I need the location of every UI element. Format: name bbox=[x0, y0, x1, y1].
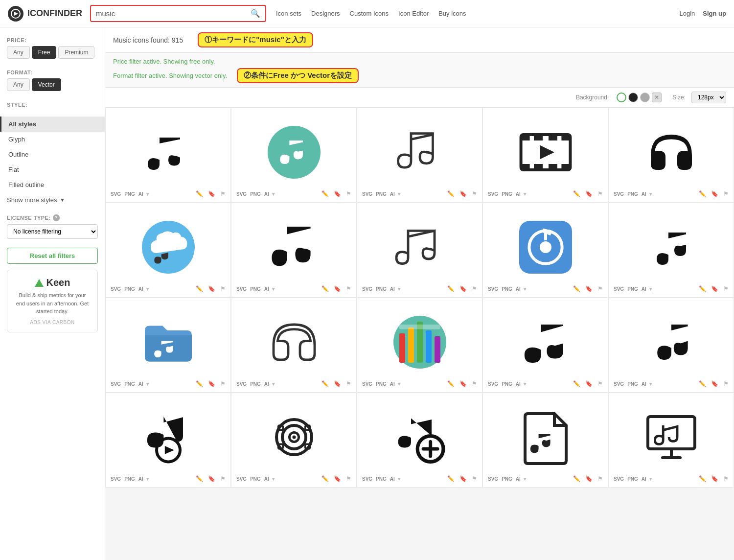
ai-type[interactable]: AI bbox=[138, 191, 143, 197]
svg-type-12[interactable]: SVG bbox=[236, 381, 247, 387]
edit-icon-2[interactable]: ✏️ bbox=[321, 190, 329, 197]
icon-cell-20[interactable]: SVG PNG AI ▼ ✏️ 🔖 ⚑ bbox=[608, 393, 734, 488]
search-icon[interactable]: 🔍 bbox=[251, 9, 260, 18]
icon-cell-6[interactable]: SVG PNG AI ▼ ✏️ 🔖 ⚑ bbox=[105, 203, 231, 298]
flag-icon-11[interactable]: ⚑ bbox=[220, 380, 226, 387]
flag-icon-19[interactable]: ⚑ bbox=[597, 475, 603, 482]
png-type-10[interactable]: PNG bbox=[627, 286, 638, 292]
bookmark-icon-11[interactable]: 🔖 bbox=[208, 380, 215, 387]
flag-icon-3[interactable]: ⚑ bbox=[472, 190, 477, 197]
icon-cell-1[interactable]: SVG PNG AI ▼ ✏️ 🔖 ⚑ bbox=[105, 108, 231, 203]
bookmark-icon-20[interactable]: 🔖 bbox=[711, 475, 718, 482]
ai-type-6[interactable]: AI bbox=[138, 286, 143, 292]
icon-cell-7[interactable]: SVG PNG AI ▼ ✏️ 🔖 ⚑ bbox=[231, 203, 357, 298]
png-type-13[interactable]: PNG bbox=[376, 381, 387, 387]
style-glyph[interactable]: Glyph bbox=[0, 132, 105, 147]
price-any-btn[interactable]: Any bbox=[7, 46, 30, 59]
icon-cell-16[interactable]: SVG PNG AI ▼ ✏️ 🔖 ⚑ bbox=[105, 393, 231, 488]
nav-designers[interactable]: Designers bbox=[311, 10, 340, 17]
flag-icon-13[interactable]: ⚑ bbox=[472, 380, 477, 387]
bookmark-icon-3[interactable]: 🔖 bbox=[459, 190, 467, 197]
edit-icon-11[interactable]: ✏️ bbox=[196, 380, 203, 387]
bookmark-icon-7[interactable]: 🔖 bbox=[334, 285, 341, 292]
svg-type[interactable]: SVG bbox=[111, 191, 121, 197]
ai-type-4[interactable]: AI bbox=[516, 191, 521, 197]
bookmark-icon[interactable]: 🔖 bbox=[208, 190, 215, 197]
nav-custom-icons[interactable]: Custom Icons bbox=[350, 10, 389, 17]
png-type-6[interactable]: PNG bbox=[124, 286, 135, 292]
edit-icon-18[interactable]: ✏️ bbox=[447, 475, 455, 482]
format-dropdown-icon-4[interactable]: ▼ bbox=[523, 191, 528, 197]
flag-icon-2[interactable]: ⚑ bbox=[346, 190, 351, 197]
flag-icon-6[interactable]: ⚑ bbox=[220, 285, 226, 292]
nav-icon-editor[interactable]: Icon Editor bbox=[398, 10, 429, 17]
format-dropdown-icon-19[interactable]: ▼ bbox=[523, 476, 528, 482]
ai-type-13[interactable]: AI bbox=[390, 381, 395, 387]
png-type-11[interactable]: PNG bbox=[124, 381, 135, 387]
flag-icon-10[interactable]: ⚑ bbox=[723, 285, 729, 292]
bookmark-icon-15[interactable]: 🔖 bbox=[711, 380, 718, 387]
edit-icon-8[interactable]: ✏️ bbox=[447, 285, 455, 292]
flag-icon-16[interactable]: ⚑ bbox=[220, 475, 226, 482]
svg-type-5[interactable]: SVG bbox=[614, 191, 624, 197]
bookmark-icon-13[interactable]: 🔖 bbox=[459, 380, 467, 387]
svg-type-16[interactable]: SVG bbox=[111, 476, 121, 482]
bg-gray-btn[interactable] bbox=[640, 93, 650, 102]
ai-type-16[interactable]: AI bbox=[138, 476, 143, 482]
ai-type-8[interactable]: AI bbox=[390, 286, 395, 292]
png-type-8[interactable]: PNG bbox=[376, 286, 387, 292]
icon-cell-15[interactable]: SVG PNG AI ▼ ✏️ 🔖 ⚑ bbox=[608, 298, 734, 393]
icon-cell-18[interactable]: SVG PNG AI ▼ ✏️ 🔖 ⚑ bbox=[357, 393, 482, 488]
price-free-btn[interactable]: Free bbox=[32, 46, 57, 59]
signup-link[interactable]: Sign up bbox=[703, 10, 726, 17]
edit-icon[interactable]: ✏️ bbox=[196, 190, 203, 197]
edit-icon-20[interactable]: ✏️ bbox=[699, 475, 706, 482]
format-dropdown-icon[interactable]: ▼ bbox=[145, 191, 150, 197]
icon-cell-5[interactable]: SVG PNG AI ▼ ✏️ 🔖 ⚑ bbox=[608, 108, 734, 203]
icon-cell-17[interactable]: SVG PNG AI ▼ ✏️ 🔖 ⚑ bbox=[231, 393, 357, 488]
png-type-15[interactable]: PNG bbox=[627, 381, 638, 387]
edit-icon-9[interactable]: ✏️ bbox=[573, 285, 580, 292]
png-type-3[interactable]: PNG bbox=[376, 191, 387, 197]
edit-icon-19[interactable]: ✏️ bbox=[573, 475, 580, 482]
ai-type-15[interactable]: AI bbox=[642, 381, 646, 387]
svg-type-9[interactable]: SVG bbox=[488, 286, 498, 292]
style-all[interactable]: All styles bbox=[0, 117, 105, 132]
svg-type-2[interactable]: SVG bbox=[236, 191, 247, 197]
svg-type-4[interactable]: SVG bbox=[488, 191, 498, 197]
png-type-4[interactable]: PNG bbox=[502, 191, 512, 197]
icon-cell-12[interactable]: SVG PNG AI ▼ ✏️ 🔖 ⚑ bbox=[231, 298, 357, 393]
edit-icon-16[interactable]: ✏️ bbox=[196, 475, 203, 482]
format-dropdown-icon-2[interactable]: ▼ bbox=[271, 191, 276, 197]
ai-type-3[interactable]: AI bbox=[390, 191, 395, 197]
edit-icon-4[interactable]: ✏️ bbox=[573, 190, 580, 197]
bookmark-icon-18[interactable]: 🔖 bbox=[459, 475, 467, 482]
flag-icon[interactable]: ⚑ bbox=[220, 190, 226, 197]
ai-type-10[interactable]: AI bbox=[642, 286, 646, 292]
flag-icon-15[interactable]: ⚑ bbox=[723, 380, 729, 387]
png-type-20[interactable]: PNG bbox=[627, 476, 638, 482]
format-dropdown-icon-13[interactable]: ▼ bbox=[397, 381, 402, 387]
format-dropdown-icon-5[interactable]: ▼ bbox=[648, 191, 653, 197]
ai-type-18[interactable]: AI bbox=[390, 476, 395, 482]
edit-icon-6[interactable]: ✏️ bbox=[196, 285, 203, 292]
svg-type-14[interactable]: SVG bbox=[488, 381, 498, 387]
svg-type-15[interactable]: SVG bbox=[614, 381, 624, 387]
nav-buy-icons[interactable]: Buy icons bbox=[438, 10, 466, 17]
bookmark-icon-9[interactable]: 🔖 bbox=[585, 285, 593, 292]
bookmark-icon-6[interactable]: 🔖 bbox=[208, 285, 215, 292]
flag-icon-17[interactable]: ⚑ bbox=[346, 475, 351, 482]
login-link[interactable]: Login bbox=[680, 10, 695, 17]
bg-none-btn[interactable]: ✕ bbox=[652, 93, 662, 102]
format-dropdown-icon-8[interactable]: ▼ bbox=[397, 286, 402, 292]
bg-black-btn[interactable] bbox=[628, 93, 638, 102]
png-type-5[interactable]: PNG bbox=[627, 191, 638, 197]
png-type-12[interactable]: PNG bbox=[250, 381, 261, 387]
svg-type-18[interactable]: SVG bbox=[362, 476, 372, 482]
format-dropdown-icon-3[interactable]: ▼ bbox=[397, 191, 402, 197]
format-dropdown-icon-14[interactable]: ▼ bbox=[523, 381, 528, 387]
ai-type-2[interactable]: AI bbox=[264, 191, 269, 197]
flag-icon-7[interactable]: ⚑ bbox=[346, 285, 351, 292]
bookmark-icon-4[interactable]: 🔖 bbox=[585, 190, 593, 197]
svg-type-3[interactable]: SVG bbox=[362, 191, 372, 197]
